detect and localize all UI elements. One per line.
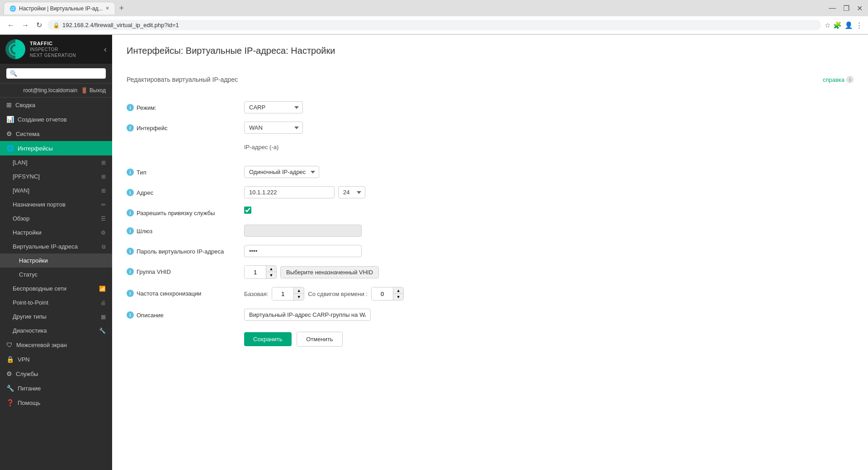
sidebar-item-wireless[interactable]: Беспроводные сети 📶: [0, 282, 112, 296]
password-control: [244, 245, 362, 257]
vhid-increment-button[interactable]: ▲: [266, 266, 276, 272]
freq-skew-decrement-button[interactable]: ▼: [393, 294, 403, 300]
reload-button[interactable]: ↻: [34, 19, 44, 31]
help-link[interactable]: справка i: [823, 76, 854, 83]
wan-badge-icon: ⊞: [101, 188, 106, 194]
freq-skew-input[interactable]: [372, 287, 393, 300]
menu-icon[interactable]: ⋮: [856, 21, 863, 29]
logout-button[interactable]: 🚪 Выход: [81, 87, 106, 94]
password-info-icon: i: [127, 248, 134, 255]
sidebar-item-services[interactable]: ⚙ Службы: [0, 367, 112, 381]
gateway-input[interactable]: [244, 225, 362, 237]
diag-badge-icon: 🔧: [99, 328, 106, 334]
sidebar-item-vpn[interactable]: 🔒 VPN: [0, 352, 112, 367]
freq-base-increment-button[interactable]: ▲: [294, 287, 304, 294]
tab-title: Настройки | Виртуальные IP-ад...: [19, 5, 103, 12]
sidebar-item-power[interactable]: 🔧 Питание: [0, 381, 112, 395]
vhid-choose-button[interactable]: Выберите неназначенный VHID: [280, 266, 379, 278]
vhid-decrement-button[interactable]: ▼: [266, 272, 276, 278]
ip-section-row: IP-адрес (-а): [127, 142, 854, 158]
sidebar-item-reports[interactable]: 📊 Создание отчетов: [0, 112, 112, 127]
freq-skew-spinner-buttons: ▲ ▼: [393, 287, 403, 300]
sidebar-collapse-button[interactable]: ‹: [104, 45, 107, 54]
app-layout: TRAFFIC INSPECTOR NEXT GENERATION ‹ 🔍 ro…: [0, 35, 868, 470]
sidebar-item-help[interactable]: ❓ Помощь: [0, 395, 112, 410]
active-tab[interactable]: 🌐 Настройки | Виртуальные IP-ад... ✕: [4, 2, 115, 14]
sidebar-item-virtual-ips[interactable]: Виртуальные IP-адреса ⧉: [0, 240, 112, 254]
description-info-icon: i: [127, 311, 134, 319]
bind-row: i Разрешить привязку службы: [127, 207, 854, 216]
section-title: Редактировать виртуальный IP-адрес: [127, 76, 238, 83]
content-area: Интерфейсы: Виртуальные IP-адреса: Настр…: [112, 35, 868, 366]
sidebar-item-lan[interactable]: [LAN] ⊞: [0, 155, 112, 169]
sidebar-item-other[interactable]: Другие типы ▦: [0, 310, 112, 324]
address-info-icon: i: [127, 189, 134, 196]
main-content: Интерфейсы: Виртуальные IP-адреса: Настр…: [112, 35, 868, 470]
sidebar-item-settings[interactable]: Настройки ⚙: [0, 226, 112, 240]
sidebar-item-svod[interactable]: ⊞ Сводка: [0, 98, 112, 112]
bind-label: i Разрешить привязку службы: [127, 207, 244, 216]
mode-row: i Режим: CARP: [127, 101, 854, 113]
sidebar-item-ports[interactable]: Назначения портов ✏: [0, 197, 112, 212]
freq-base-input[interactable]: [272, 287, 294, 300]
forward-button[interactable]: →: [20, 19, 31, 31]
type-select[interactable]: Одиночный IP-адрес: [244, 166, 319, 178]
search-box[interactable]: 🔍: [6, 68, 106, 79]
tab-close-icon[interactable]: ✕: [105, 5, 109, 11]
sidebar-item-system[interactable]: ⚙ Система: [0, 127, 112, 141]
address-input[interactable]: [244, 186, 335, 198]
sidebar-nav: 🔍 root@ting.localdomain 🚪 Выход ⊞ Сводка…: [0, 64, 112, 470]
save-button[interactable]: Сохранить: [244, 332, 292, 346]
password-label: i Пароль виртуального IP-адреса: [127, 245, 244, 255]
extension-icon[interactable]: 🧩: [833, 21, 842, 29]
description-control: [244, 309, 371, 321]
search-input[interactable]: [20, 70, 92, 77]
vhid-control: ▲ ▼ Выберите неназначенный VHID: [244, 265, 379, 279]
sidebar-item-vip-status[interactable]: Статус: [0, 268, 112, 282]
freq-base-decrement-button[interactable]: ▼: [294, 294, 304, 300]
logout-icon: 🚪: [81, 87, 88, 94]
new-tab-button[interactable]: +: [119, 4, 124, 13]
interface-control: WAN: [244, 122, 303, 134]
interfaces-icon: 🌐: [6, 145, 14, 152]
ip-section-label: [127, 142, 244, 145]
freq-info-icon: i: [127, 290, 134, 297]
cancel-button[interactable]: Отменить: [297, 332, 342, 347]
url-text: 192.168.2.4/firewall_virtual_ip_edit.php…: [62, 22, 816, 28]
restore-button[interactable]: ❐: [841, 2, 851, 14]
interface-select[interactable]: WAN: [244, 122, 303, 134]
description-input[interactable]: [244, 309, 371, 321]
sidebar-item-firewall[interactable]: 🛡 Межсетевой экран: [0, 338, 112, 352]
wireless-badge-icon: 📶: [99, 286, 106, 292]
profile-icon[interactable]: 👤: [844, 21, 853, 29]
bind-checkbox[interactable]: [244, 207, 251, 214]
mode-select[interactable]: CARP: [244, 101, 303, 113]
mode-control: CARP: [244, 101, 303, 113]
sidebar-logo: TRAFFIC INSPECTOR NEXT GENERATION ‹: [0, 35, 112, 64]
sidebar-item-ptp[interactable]: Point-to-Point 🖨: [0, 296, 112, 310]
sidebar-item-pfsync[interactable]: [PFSYNC] ⊞: [0, 169, 112, 183]
sidebar-item-interfaces[interactable]: 🌐 Интерфейсы: [0, 141, 112, 155]
minimize-button[interactable]: —: [827, 2, 838, 14]
mask-select[interactable]: 24: [338, 186, 365, 198]
freq-row: i Частота синхронизации Базовая: ▲ ▼: [127, 287, 854, 301]
sidebar-item-wan[interactable]: [WAN] ⊞: [0, 183, 112, 197]
back-button[interactable]: ←: [5, 19, 16, 31]
sidebar-item-overview[interactable]: Обзор ☰: [0, 212, 112, 226]
gateway-control: [244, 225, 362, 237]
bookmark-icon[interactable]: ☆: [825, 21, 830, 29]
password-input[interactable]: [244, 245, 362, 257]
freq-skew-increment-button[interactable]: ▲: [393, 287, 403, 294]
reports-icon: 📊: [6, 116, 14, 123]
vhid-spinner: ▲ ▼: [244, 265, 277, 279]
sidebar-item-diag[interactable]: Диагностика 🔧: [0, 324, 112, 338]
vhid-input[interactable]: [245, 266, 266, 278]
url-box[interactable]: 🔒 192.168.2.4/firewall_virtual_ip_edit.p…: [47, 20, 821, 30]
vhid-spinner-buttons: ▲ ▼: [266, 266, 276, 278]
vhid-info-icon: i: [127, 268, 134, 275]
address-actions: ☆ 🧩 👤 ⋮: [825, 21, 863, 29]
sidebar-item-vip-settings[interactable]: Настройки: [0, 254, 112, 268]
close-window-button[interactable]: ✕: [855, 2, 864, 14]
vhid-label: i Группа VHID: [127, 265, 244, 275]
firewall-icon: 🛡: [6, 341, 13, 348]
